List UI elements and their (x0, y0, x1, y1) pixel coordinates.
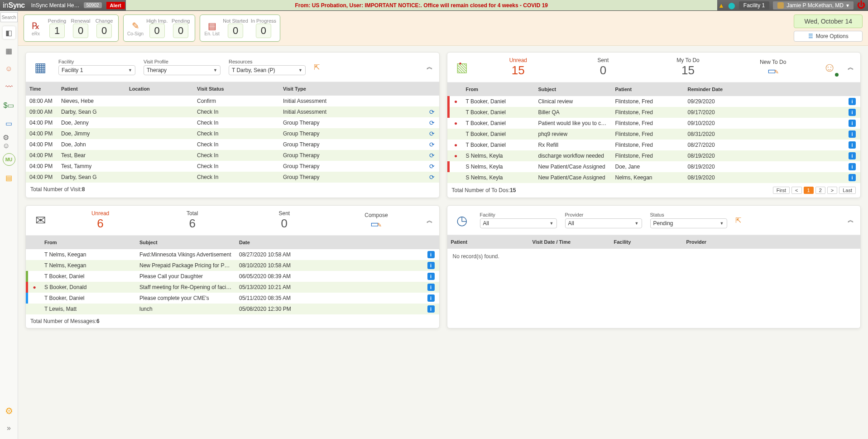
collapse-icon[interactable]: ︽ (848, 216, 854, 224)
popout-icon[interactable]: ⇱ (735, 216, 741, 225)
visits-provider-select[interactable]: All▼ (565, 218, 642, 228)
nav-card-icon[interactable]: ▭ (3, 117, 15, 130)
todo-unread-stat[interactable]: Unread15 (480, 57, 557, 77)
more-options-button[interactable]: ☰More Options (794, 31, 863, 42)
message-row[interactable]: T Booker, DanielPlease Call your Daughte… (26, 271, 439, 282)
collapse-icon[interactable]: ︽ (848, 63, 854, 72)
facility-selector[interactable]: Facility 1 (739, 1, 769, 10)
resources-select[interactable]: T Darby, Sean (P)▼ (229, 65, 306, 75)
info-icon[interactable]: i (427, 251, 435, 258)
col-patient[interactable]: Patient (612, 85, 684, 94)
alert-badge[interactable]: Alert (106, 2, 125, 9)
pager-next[interactable]: > (827, 187, 837, 194)
todo-row[interactable]: ●T Booker, DanielPatient would like you … (447, 118, 861, 129)
col-provider[interactable]: Provider (683, 237, 861, 246)
schedule-row[interactable]: 04:00 PMTest, BearCheck InGroup Therapy⟳ (26, 150, 439, 161)
todo-row[interactable]: ●S Nelms, Keyladischarge workflow needed… (447, 150, 861, 161)
new-todo-button[interactable]: New To Do▭✎ (734, 59, 811, 76)
schedule-row[interactable]: 08:00 AMNieves, HebeConfirmInitial Asses… (26, 96, 439, 106)
schedule-row[interactable]: 04:00 PMDoe, JennyCheck InGroup Therapy⟳ (26, 117, 439, 128)
facility-select[interactable]: Facility 1▼ (58, 65, 135, 75)
collapse-icon[interactable]: ︽ (427, 63, 433, 71)
msg-sent-stat[interactable]: Sent0 (242, 210, 326, 231)
compose-button[interactable]: Compose▭✎ (334, 212, 418, 229)
todo-row[interactable]: T Booker, Danielphq9 reviewFlintstone, F… (447, 129, 861, 140)
user-status-icon[interactable]: ☺ (820, 58, 839, 77)
todo-row[interactable]: ●T Booker, DanielRx RefillFlintstone, Fr… (447, 140, 861, 150)
col-visit-status[interactable]: Visit Status (193, 84, 279, 93)
visits-facility-select[interactable]: All▼ (480, 218, 557, 228)
profile-select[interactable]: Therapy▼ (144, 65, 221, 75)
todo-row[interactable]: S Nelms, KeylaNew Patient/Case AssignedD… (447, 161, 861, 172)
info-icon[interactable]: i (849, 130, 856, 138)
power-icon[interactable]: ⏻ (857, 0, 865, 10)
info-icon[interactable]: i (427, 294, 435, 302)
nav-admin-icon[interactable]: ⚙☺ (3, 135, 15, 148)
nav-billing-icon[interactable]: $▭ (3, 99, 15, 111)
todo-row[interactable]: S Nelms, KeylaNew Patient/Case AssignedN… (447, 172, 861, 183)
nav-vitals-icon[interactable]: 〰 (3, 81, 15, 93)
msg-unread-stat[interactable]: Unread6 (58, 210, 142, 231)
refresh-icon[interactable]: ⟳ (429, 141, 439, 148)
nav-patient-icon[interactable]: ☺ (3, 63, 15, 75)
message-row[interactable]: T Nelms, KeeganFwd:Minnesota Vikings Adv… (26, 249, 439, 260)
col-subject[interactable]: Subject (535, 85, 612, 94)
col-visit-type[interactable]: Visit Type (279, 84, 439, 93)
expand-sidebar-icon[interactable]: » (3, 422, 15, 434)
nav-calendar-icon[interactable]: ▦ (3, 44, 15, 57)
info-icon[interactable]: i (849, 109, 856, 116)
todo-row[interactable]: T Booker, DanielBiller QAFlintstone, Fre… (447, 107, 861, 118)
user-menu[interactable]: Jamie P McKethan, MD ▾ (773, 1, 854, 10)
visits-status-select[interactable]: Pending▼ (650, 218, 727, 228)
refresh-icon[interactable]: ⟳ (429, 119, 439, 126)
message-row[interactable]: T Lewis, Mattlunch05/08/2020 12:30 PMi (26, 304, 439, 314)
col-time[interactable]: Time (26, 84, 58, 93)
todo-my-stat[interactable]: My To Do15 (650, 57, 727, 77)
refresh-icon[interactable]: ⟳ (429, 130, 439, 137)
schedule-row[interactable]: 04:00 PMDoe, JimmyCheck InGroup Therapy⟳ (26, 128, 439, 139)
schedule-row[interactable]: 09:00 AMDarby, Sean GCheck InInitial Ass… (26, 106, 439, 117)
col-subject[interactable]: Subject (136, 238, 235, 247)
todo-row[interactable]: ●T Booker, DanielClinical reviewFlintsto… (447, 96, 861, 107)
refresh-icon[interactable]: ⟳ (429, 163, 439, 170)
collapse-icon[interactable]: ︽ (427, 217, 433, 225)
info-icon[interactable]: i (849, 141, 856, 149)
refresh-icon[interactable]: ⟳ (429, 108, 439, 116)
cosign-tile[interactable]: ✎ Co-Sign High Imp.0 Pending0 (123, 14, 195, 42)
refresh-icon[interactable]: ⟳ (429, 174, 439, 181)
info-icon[interactable]: i (849, 152, 856, 159)
message-row[interactable]: T Nelms, KeeganNew Prepaid Package Prici… (26, 260, 439, 271)
info-icon[interactable]: i (427, 284, 435, 291)
col-patient[interactable]: Patient (447, 237, 529, 246)
pager-1[interactable]: 1 (804, 187, 814, 194)
info-icon[interactable]: i (849, 98, 856, 105)
enlist-tile[interactable]: ▤ En. List Not Started0 In Progress0 (200, 14, 280, 42)
schedule-row[interactable]: 04:00 PMTest, TammyCheck InGroup Therapy… (26, 161, 439, 172)
info-icon[interactable]: i (427, 273, 435, 280)
schedule-row[interactable]: 04:00 PMDarby, Sean GCheck InGroup Thera… (26, 172, 439, 183)
pager-first[interactable]: First (773, 187, 790, 194)
todo-sent-stat[interactable]: Sent0 (565, 57, 642, 77)
col-from[interactable]: From (41, 238, 136, 247)
message-row[interactable]: ●S Booker, DonaldStaff meeting for Re-Op… (26, 282, 439, 293)
pager-prev[interactable]: < (791, 187, 801, 194)
col-reminder[interactable]: Reminder Date (684, 85, 734, 94)
col-visit-datetime[interactable]: Visit Date / Time (529, 237, 610, 246)
info-icon[interactable]: i (849, 120, 856, 127)
erx-tile[interactable]: ℞ eRx Pending1 Renewal0 Change0 (24, 14, 119, 42)
settings-icon[interactable]: ⚙ (3, 405, 15, 417)
nav-mu-icon[interactable]: MU (3, 153, 15, 166)
message-row[interactable]: T Booker, DanielPlease complete your CME… (26, 293, 439, 304)
popout-icon[interactable]: ⇱ (314, 63, 320, 72)
refresh-icon[interactable]: ⟳ (429, 152, 439, 159)
col-facility[interactable]: Facility (610, 237, 683, 246)
pager-2[interactable]: 2 (815, 187, 825, 194)
nav-dashboard-icon[interactable]: ◧ (3, 26, 15, 39)
location-icon[interactable]: ⬤ (728, 2, 735, 9)
col-location[interactable]: Location (125, 84, 193, 93)
info-icon[interactable]: i (849, 163, 856, 170)
info-icon[interactable]: i (427, 262, 435, 269)
search-input[interactable]: Search (0, 12, 18, 22)
info-icon[interactable]: i (849, 174, 856, 181)
pager-last[interactable]: Last (839, 187, 856, 194)
